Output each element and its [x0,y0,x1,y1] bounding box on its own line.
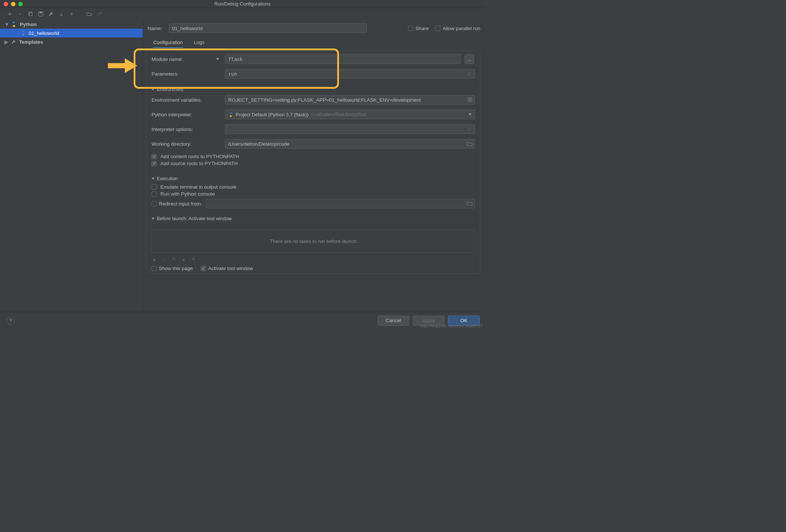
workdir-label: Working directory: [152,141,221,147]
add-config-icon[interactable]: ＋ [7,11,12,17]
python-icon [11,21,17,27]
tree-node-label: Templates [19,39,43,45]
interpreter-select[interactable]: Project Default (Python 3.7 (flask)) ~/.… [225,110,475,119]
add-task-icon[interactable]: ＋ [152,256,157,263]
env-vars-input[interactable] [225,95,475,105]
config-content: Name: Share Allow parallel run Configura… [143,20,485,312]
expand-icon: ▼ [4,22,8,27]
titlebar: Run/Debug Configurations [0,0,485,8]
activate-tool-window-checkbox[interactable]: Activate tool window [201,266,253,271]
copy-config-icon[interactable] [28,11,33,17]
collapse-icon [152,218,154,220]
share-checkbox[interactable]: Share [408,26,429,31]
move-down-icon[interactable]: ▼ [69,11,74,17]
environment-header[interactable]: Environment [152,87,475,92]
tree-node-label: Python [20,22,37,27]
window-title: Run/Debug Configurations [0,1,485,7]
interpreter-path: ~/.virtualenv/flask/bin/python [311,112,367,117]
remove-task-icon[interactable]: － [162,256,167,263]
module-name-input[interactable] [225,54,461,64]
before-launch-header[interactable]: Before launch: Activate tool window [152,216,475,221]
tree-node-templates[interactable]: ▶ Templates [0,37,143,46]
folder-icon[interactable] [87,11,92,17]
name-input[interactable] [169,23,367,33]
svg-rect-1 [29,13,32,16]
help-button[interactable]: ? [7,317,15,325]
sort-icon[interactable]: ↓ª [97,11,102,17]
collapse-icon [152,88,154,91]
env-vars-label: Environment variables: [152,97,221,103]
workdir-input[interactable] [225,139,475,149]
interp-options-input[interactable] [225,124,475,134]
save-config-icon[interactable] [38,11,43,17]
cancel-button[interactable]: Cancel [378,316,409,326]
name-label: Name: [148,26,169,31]
dialog-footer: ? Cancel Apply OK [0,312,485,329]
add-content-roots-checkbox[interactable]: Add content roots to PYTHONPATH [152,154,475,159]
show-this-page-checkbox[interactable]: Show this page [152,266,193,271]
before-launch-list: There are no tasks to run before launch [152,229,475,253]
interpreter-value: Project Default (Python 3.7 (flask)) [236,112,309,117]
tabs: Configuration Logs [146,38,480,48]
folder-browse-icon[interactable] [467,141,473,146]
emulate-terminal-checkbox[interactable]: Emulate terminal in output console [152,184,475,190]
chevron-down-icon [469,113,472,116]
module-name-label: Module name: [152,57,183,62]
tab-logs[interactable]: Logs [194,38,204,48]
add-source-roots-checkbox[interactable]: Add source roots to PYTHONPATH [152,161,475,166]
config-tree: ▼ Python 01_helloworld ▶ Templates [0,20,143,312]
close-window-button[interactable] [4,2,8,6]
redirect-input-checkbox[interactable]: Redirect input from: [152,201,202,207]
folder-browse-icon[interactable] [467,201,473,206]
python-icon [228,112,233,117]
before-launch-empty: There are no tasks to run before launch [270,238,356,244]
remove-config-icon[interactable]: － [18,11,23,17]
parameters-input[interactable] [225,69,475,79]
tree-node-label: 01_helloworld [29,30,59,36]
run-python-console-checkbox[interactable]: Run with Python console [152,191,475,197]
interp-options-label: Interpreter options: [152,127,221,132]
wrench-icon[interactable] [48,11,54,17]
expand-icon[interactable]: ⤢ [467,127,473,132]
tab-configuration[interactable]: Configuration [153,38,183,48]
module-more-button[interactable]: ... [465,54,474,64]
svg-point-4 [13,22,14,22]
zoom-window-button[interactable] [18,2,23,6]
dropdown-caret-icon[interactable] [216,58,219,60]
watermark: https://blog.csdn.net/weixin_43297727 [420,324,483,328]
expand-icon[interactable]: ⤢ [467,72,473,76]
execution-header[interactable]: Execution [152,176,475,181]
move-up-icon[interactable]: ▲ [181,256,186,263]
interpreter-label: Python interpreter: [152,112,221,117]
python-file-icon [21,30,26,36]
wrench-icon [11,39,16,44]
parallel-run-checkbox[interactable]: Allow parallel run [435,26,480,31]
svg-point-5 [14,26,15,26]
config-toolbar: ＋ － ▲ ▼ ↓ª [0,8,485,20]
config-panel: Module name: ... Parameters: ⤢ Envir [146,50,480,274]
edit-task-icon[interactable]: ✎ [172,256,176,263]
redirect-input-path[interactable] [206,199,475,208]
parameters-label: Parameters: [152,71,221,77]
list-edit-icon[interactable] [467,97,473,102]
move-up-icon[interactable]: ▲ [59,11,64,17]
svg-rect-3 [40,12,42,13]
move-down-icon[interactable]: ▼ [191,256,196,263]
window-controls [0,2,23,6]
minimize-window-button[interactable] [11,2,15,6]
tree-node-python[interactable]: ▼ Python [0,20,143,29]
expand-icon: ▶ [4,39,8,45]
collapse-icon [152,178,154,180]
tree-node-helloworld[interactable]: 01_helloworld [0,29,143,37]
